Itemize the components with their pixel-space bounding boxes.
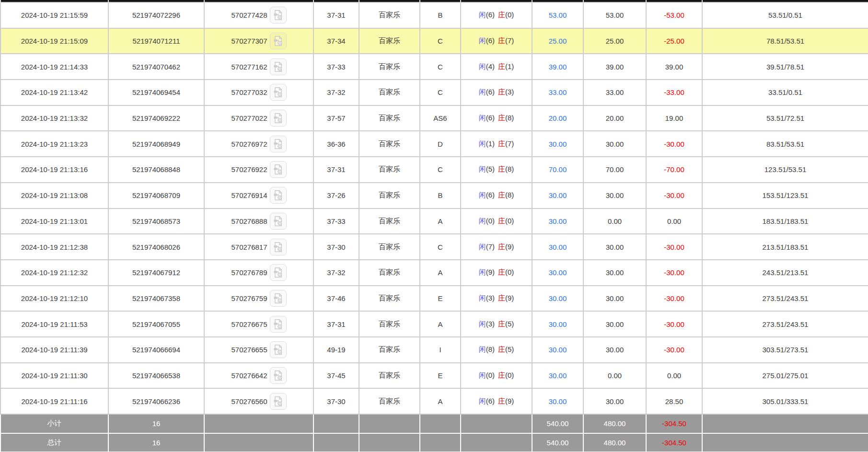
video-replay-button[interactable] [270, 187, 287, 204]
video-replay-button[interactable] [270, 84, 287, 101]
video-replay-button[interactable] [270, 367, 287, 384]
video-replay-button[interactable] [270, 213, 287, 230]
game-cell: 百家乐 [359, 286, 420, 312]
player-count: (6) [486, 114, 495, 122]
bet-amount-cell: 30.00 [532, 234, 583, 260]
balance-cell: 83.51/53.51 [702, 131, 868, 157]
banker-label: 庄 [498, 268, 505, 276]
player-banker-cell: 闲(5)庄(8) [461, 157, 532, 183]
balance-cell: 53.51/0.51 [702, 2, 868, 28]
video-replay-button[interactable] [270, 136, 287, 152]
round-id-cell: 570277022 [204, 105, 313, 131]
video-replay-button[interactable] [270, 7, 287, 23]
banker-label: 庄 [498, 114, 505, 122]
round-id-cell: 570276675 [204, 311, 313, 337]
table-row[interactable]: 2024-10-19 21:11:16 521974066236 5702765… [0, 388, 868, 414]
video-film-document-icon [273, 35, 284, 46]
banker-count: (9) [505, 294, 514, 302]
banker-count: (7) [505, 139, 514, 148]
round-id-text: 570276642 [231, 371, 267, 380]
round-id-cell: 570276922 [204, 157, 313, 183]
table-row[interactable]: 2024-10-19 21:15:09 521974071211 5702773… [0, 28, 868, 54]
valid-amount-cell: 30.00 [583, 131, 646, 157]
balance-cell: 273.51/243.51 [702, 311, 868, 337]
time-cell: 2024-10-19 21:13:16 [0, 157, 108, 183]
table-row[interactable]: 2024-10-19 21:13:01 521974068573 5702768… [0, 209, 868, 234]
table-code-cell: D [420, 131, 461, 157]
video-replay-button[interactable] [270, 290, 287, 307]
player-banker-cell: 闲(3)庄(9) [461, 286, 532, 312]
banker-count: (8) [505, 191, 514, 199]
table-row[interactable]: 2024-10-19 21:13:42 521974069454 5702770… [0, 80, 868, 105]
table-row[interactable]: 2024-10-19 21:11:30 521974066538 5702766… [0, 363, 868, 389]
bet-id-cell: 521974068709 [108, 183, 204, 209]
bet-id-cell: 521974067912 [108, 260, 204, 286]
bet-id-cell: 521974069454 [108, 80, 204, 105]
video-film-document-icon [273, 139, 284, 150]
video-film-document-icon [273, 344, 284, 355]
time-cell: 2024-10-19 21:11:16 [0, 388, 108, 414]
video-replay-button[interactable] [270, 264, 287, 281]
summary-empty-cell [702, 433, 868, 452]
table-row[interactable]: 2024-10-19 21:12:38 521974068026 5702768… [0, 234, 868, 260]
player-label: 闲 [479, 114, 486, 122]
score-cell: 37-30 [313, 234, 359, 260]
table-code-cell: AS6 [420, 105, 461, 131]
round-id-text: 570276914 [231, 191, 267, 199]
time-cell: 2024-10-19 21:11:39 [0, 337, 108, 363]
table-row[interactable]: 2024-10-19 21:15:59 521974072296 5702774… [0, 2, 868, 28]
table-row[interactable]: 2024-10-19 21:14:33 521974070462 5702771… [0, 54, 868, 80]
summary-empty-cell [702, 414, 868, 433]
table-row[interactable]: 2024-10-19 21:13:08 521974068709 5702769… [0, 183, 868, 209]
video-replay-button[interactable] [270, 341, 287, 358]
table-row[interactable]: 2024-10-19 21:11:53 521974067055 5702766… [0, 311, 868, 337]
round-id-cell: 570276560 [204, 388, 313, 414]
table-row[interactable]: 2024-10-19 21:13:16 521974068848 5702769… [0, 157, 868, 183]
player-count: (6) [486, 191, 495, 199]
time-cell: 2024-10-19 21:13:08 [0, 183, 108, 209]
player-count: (1) [486, 139, 495, 148]
balance-cell: 183.51/183.51 [702, 209, 868, 234]
video-film-document-icon [273, 164, 284, 175]
winloss-cell: 28.50 [646, 388, 702, 414]
video-replay-button[interactable] [270, 33, 287, 49]
video-replay-button[interactable] [270, 393, 287, 410]
banker-label: 庄 [498, 217, 505, 225]
winloss-cell: -53.00 [646, 2, 702, 28]
video-replay-button[interactable] [270, 161, 287, 178]
table-row[interactable]: 2024-10-19 21:13:32 521974069222 5702770… [0, 105, 868, 131]
video-film-document-icon [273, 242, 284, 253]
banker-label: 庄 [498, 243, 505, 251]
winloss-cell: -30.00 [646, 311, 702, 337]
bet-amount-cell: 33.00 [532, 80, 583, 105]
bet-amount-cell: 70.00 [532, 157, 583, 183]
bet-amount-cell: 30.00 [532, 388, 583, 414]
round-id-cell: 570276972 [204, 131, 313, 157]
winloss-cell: 0.00 [646, 209, 702, 234]
bet-amount-cell: 30.00 [532, 286, 583, 312]
round-id-cell: 570276642 [204, 363, 313, 389]
video-replay-button[interactable] [270, 110, 287, 127]
table-code-cell: B [420, 183, 461, 209]
video-replay-button[interactable] [270, 239, 287, 255]
records-tbody: 2024-10-19 21:15:59 521974072296 5702774… [0, 2, 868, 452]
time-cell: 2024-10-19 21:13:23 [0, 131, 108, 157]
table-row[interactable]: 2024-10-19 21:12:10 521974067358 5702767… [0, 286, 868, 312]
balance-cell: 275.01/275.01 [702, 363, 868, 389]
video-replay-button[interactable] [270, 316, 287, 333]
summary-bet-cell: 540.00 [532, 433, 583, 452]
banker-count: (5) [505, 320, 514, 328]
player-label: 闲 [479, 139, 486, 148]
table-row[interactable]: 2024-10-19 21:12:32 521974067912 5702767… [0, 260, 868, 286]
video-film-document-icon [273, 370, 284, 381]
table-row[interactable]: 2024-10-19 21:11:39 521974066694 5702766… [0, 337, 868, 363]
table-row[interactable]: 2024-10-19 21:13:23 521974068949 5702769… [0, 131, 868, 157]
time-cell: 2024-10-19 21:12:10 [0, 286, 108, 312]
time-cell: 2024-10-19 21:12:32 [0, 260, 108, 286]
player-count: (0) [486, 217, 495, 225]
video-replay-button[interactable] [270, 58, 287, 75]
score-cell: 37-26 [313, 183, 359, 209]
game-cell: 百家乐 [359, 234, 420, 260]
banker-count: (0) [505, 11, 514, 19]
valid-amount-cell: 30.00 [583, 311, 646, 337]
